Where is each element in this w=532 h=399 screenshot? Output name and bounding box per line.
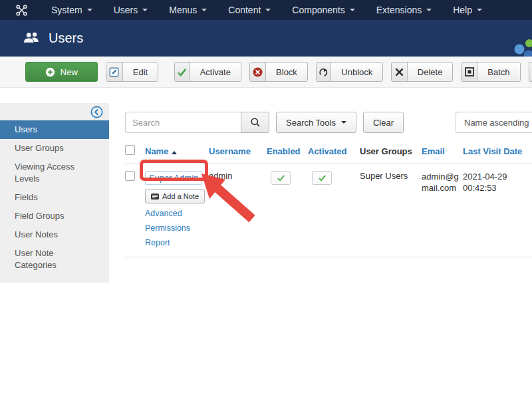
batch-button[interactable]: Batch	[461, 62, 520, 82]
new-button[interactable]: New	[25, 62, 98, 82]
block-button[interactable]: Block	[249, 62, 308, 82]
column-header-email[interactable]: Email	[422, 141, 463, 164]
add-note-button[interactable]: Add a Note	[145, 189, 205, 203]
column-header-user-groups: User Groups	[360, 141, 422, 164]
column-header-last-visit-label: Last Visit Date	[463, 146, 522, 156]
unblock-button[interactable]: Unblock	[316, 62, 383, 82]
menu-content-label: Content	[228, 5, 261, 15]
filter-bar: Search Tools Clear Name ascending	[125, 112, 532, 133]
clipped-toolbar-button[interactable]	[529, 62, 532, 82]
circle-x-icon	[250, 63, 266, 81]
plus-circle-icon	[45, 67, 55, 77]
sidebar-item-user-notes[interactable]: User Notes	[0, 225, 109, 244]
column-header-email-label: Email	[422, 146, 445, 156]
activated-toggle[interactable]	[312, 171, 332, 185]
menu-users[interactable]: Users	[103, 0, 159, 20]
menu-help-label: Help	[453, 5, 472, 15]
caret-up-icon	[172, 151, 177, 154]
column-header-name-label: Name	[145, 146, 168, 156]
user-name-link[interactable]: Super Admin	[145, 171, 202, 185]
column-header-enabled[interactable]: Enabled	[267, 141, 308, 164]
column-header-user-groups-label: User Groups	[360, 146, 412, 156]
check-icon	[277, 174, 285, 182]
menu-extensions-label: Extensions	[376, 5, 422, 15]
page-title: Users	[49, 31, 83, 46]
sidebar-item-users[interactable]: Users	[0, 120, 109, 139]
sidebar-item-field-groups[interactable]: Field Groups	[0, 207, 109, 225]
advanced-link[interactable]: Advanced	[145, 209, 206, 218]
chevron-down-icon	[142, 9, 148, 11]
sidebar-item-user-note-categories[interactable]: User Note Categories	[0, 244, 109, 275]
menu-system-label: System	[51, 5, 82, 15]
delete-button-label: Delete	[408, 63, 453, 81]
page-header: Users	[0, 20, 532, 57]
sort-order-select[interactable]: Name ascending	[456, 112, 532, 133]
sort-order-value: Name ascending	[464, 118, 529, 128]
sidebar-item-fields[interactable]: Fields	[0, 188, 109, 207]
check-icon	[175, 63, 190, 81]
joomla-admin-users-page: System Users Menus Content Components Ex…	[0, 0, 532, 399]
menu-extensions[interactable]: Extensions	[366, 0, 442, 20]
permissions-link[interactable]: Permissions	[145, 223, 206, 233]
menu-users-label: Users	[114, 5, 138, 15]
menu-system[interactable]: System	[41, 0, 103, 20]
users-icon	[23, 31, 40, 47]
main-content: Search Tools Clear Name ascending Name U…	[125, 112, 532, 257]
user-groups-cell: Super Users	[360, 164, 422, 257]
chevron-down-icon	[350, 9, 355, 11]
unblock-button-label: Unblock	[331, 63, 382, 81]
block-button-label: Block	[266, 63, 307, 81]
clear-button-label: Clear	[373, 118, 394, 128]
menu-help[interactable]: Help	[442, 0, 493, 20]
menu-components[interactable]: Components	[281, 0, 365, 20]
redo-arrow-icon	[317, 63, 331, 81]
sidebar-menu: Users User Groups Viewing Access Levels …	[0, 120, 109, 275]
column-header-activated-label: Activated	[308, 146, 347, 156]
column-header-last-visit[interactable]: Last Visit Date	[463, 141, 532, 164]
square-in-square-icon	[462, 63, 477, 81]
chevron-down-icon	[201, 9, 207, 11]
chevron-down-icon	[426, 9, 432, 11]
joomla-logo-icon	[16, 5, 27, 16]
activate-button[interactable]: Activate	[174, 62, 241, 82]
pencil-square-icon	[106, 63, 123, 81]
enabled-toggle[interactable]	[271, 171, 291, 185]
sidebar-item-user-groups[interactable]: User Groups	[0, 139, 109, 158]
chevron-down-icon	[87, 9, 92, 11]
collapse-sidebar-icon[interactable]	[90, 106, 103, 121]
users-table: Name Username Enabled Activated User Gro…	[125, 141, 532, 257]
email-cell: admin@gmail.com	[422, 164, 463, 257]
activate-button-label: Activate	[190, 63, 241, 81]
select-all-checkbox[interactable]	[125, 145, 135, 155]
activated-cell	[308, 164, 360, 257]
clear-button[interactable]: Clear	[363, 112, 404, 133]
sidebar-item-viewing-access-levels[interactable]: Viewing Access Levels	[0, 158, 109, 188]
last-visit-cell: 2021-04-29 00:42:53	[463, 164, 532, 257]
delete-button[interactable]: Delete	[391, 62, 453, 82]
edit-button[interactable]: Edit	[106, 62, 159, 82]
magnifier-icon	[250, 117, 261, 128]
check-icon	[318, 174, 327, 182]
row-checkbox[interactable]	[125, 171, 135, 181]
batch-button-label: Batch	[477, 63, 519, 81]
search-button[interactable]	[241, 112, 269, 133]
username-cell: admin	[209, 164, 267, 257]
menu-menus[interactable]: Menus	[158, 0, 217, 20]
chevron-down-icon	[341, 121, 346, 124]
report-link[interactable]: Report	[145, 238, 206, 247]
menu-content[interactable]: Content	[217, 0, 281, 20]
column-header-username[interactable]: Username	[209, 141, 267, 164]
chevron-down-icon	[265, 9, 271, 11]
search-tools-button[interactable]: Search Tools	[276, 112, 356, 133]
note-card-icon	[151, 194, 159, 200]
chevron-down-icon	[477, 9, 482, 11]
table-row: Super Admin Add a Note Advanced Permissi…	[125, 164, 532, 257]
search-input[interactable]	[125, 112, 241, 133]
x-icon	[392, 63, 408, 81]
column-header-enabled-label: Enabled	[267, 146, 301, 156]
column-header-activated[interactable]: Activated	[308, 141, 360, 164]
name-cell: Super Admin Add a Note Advanced Permissi…	[145, 164, 209, 257]
column-header-name[interactable]: Name	[145, 141, 209, 164]
table-header-row: Name Username Enabled Activated User Gro…	[125, 141, 532, 164]
toolbar: New Edit Activate Block Unblock	[0, 57, 532, 88]
